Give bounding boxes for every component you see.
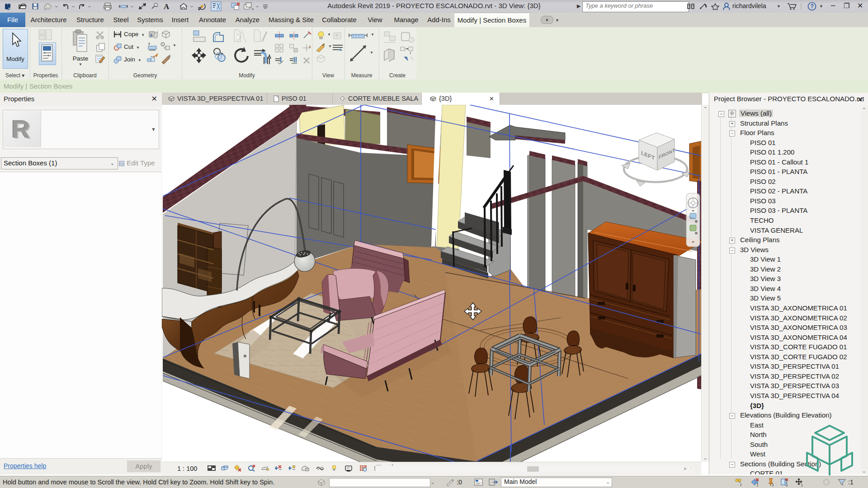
svg-text:?: ? — [811, 3, 814, 9]
